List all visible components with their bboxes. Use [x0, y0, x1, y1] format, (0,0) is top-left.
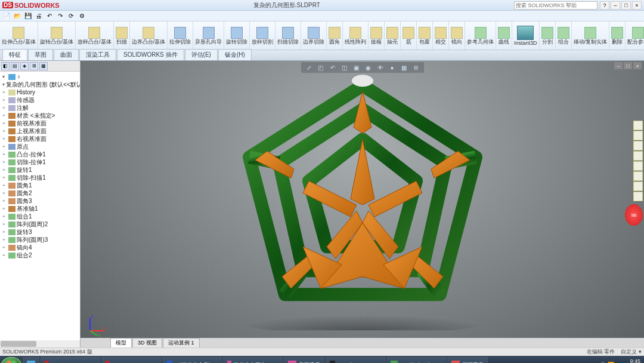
tree-item[interactable]: +阵列(圆周)2 — [0, 220, 80, 228]
promo-badge[interactable]: 96 — [625, 204, 643, 226]
taskbar-item[interactable]: SOLIDWORKS P... — [41, 357, 100, 363]
tree-hscroll[interactable] — [0, 340, 80, 347]
taskpane-tab[interactable] — [633, 161, 643, 171]
tree-item[interactable]: +右视基准面 — [0, 135, 80, 143]
ribbon-cmd[interactable]: 拔模 — [369, 21, 385, 50]
taskpane-tab[interactable] — [633, 171, 643, 181]
minimize-button[interactable]: – — [611, 1, 620, 10]
ribbon-cmd[interactable]: 边界切除 — [301, 21, 327, 50]
command-tab[interactable]: 钣金(H) — [218, 49, 252, 60]
tree-filter-icon[interactable]: ▾♀ — [0, 73, 80, 81]
command-tab[interactable]: 草图 — [28, 49, 53, 60]
tree-item[interactable]: +镜向4 — [0, 244, 80, 251]
tree-tab-5[interactable]: ▦ — [39, 62, 48, 70]
ribbon-cmd[interactable]: 扫描切除 — [275, 21, 301, 50]
undo-icon[interactable]: ↶ — [45, 12, 54, 20]
taskbar-item[interactable]: 微信公众平台 - 3... — [223, 357, 283, 363]
tree-tab-3[interactable]: ◈ — [20, 62, 29, 70]
open-icon[interactable]: 📂 — [13, 12, 21, 20]
tree-root[interactable]: ▾复杂的几何图形 (默认<<默认>_显...) — [0, 81, 80, 88]
rebuild-icon[interactable]: ⟳ — [67, 12, 75, 20]
print-icon[interactable]: 🖨 — [35, 12, 43, 20]
ribbon-cmd[interactable]: 镜向 — [449, 21, 465, 50]
vp-max[interactable]: □ — [624, 62, 632, 69]
ribbon-cmd[interactable]: 拉伸切除 — [168, 21, 193, 50]
vp-close[interactable]: × — [633, 62, 642, 69]
tree-item[interactable]: +材质 <未指定> — [0, 112, 80, 119]
ribbon-cmd[interactable]: 曲线 — [496, 21, 512, 50]
taskbar-item[interactable]: 截图工具 — [447, 357, 488, 363]
ribbon-cmd[interactable]: 旋转切除 — [224, 21, 250, 50]
tree-item[interactable]: +阵列(圆周)3 — [0, 236, 80, 244]
tree-item[interactable]: +旋转1 — [0, 166, 80, 174]
save-icon[interactable]: 💾 — [24, 12, 32, 20]
pinned-app[interactable] — [23, 357, 39, 363]
system-tray[interactable]: ▲ 🔊 📶 9:45 2019/2/21 — [589, 359, 643, 363]
tree-item[interactable]: +圆角2 — [0, 189, 80, 197]
ribbon-cmd[interactable]: 包覆 — [417, 21, 433, 50]
command-tab[interactable]: 特征 — [2, 49, 27, 60]
ribbon-cmd[interactable]: 边界凸台/基体 — [130, 21, 168, 50]
command-tab[interactable]: 评估(E) — [185, 49, 218, 60]
vp-min[interactable]: – — [614, 62, 623, 69]
orientation-triad[interactable]: z x y — [84, 313, 108, 337]
ribbon-cmd[interactable]: 线性阵列 — [343, 21, 369, 50]
taskbar-item[interactable]: SOLIDWORKS P... — [101, 357, 161, 363]
help-search-input[interactable] — [514, 1, 597, 10]
tree-item[interactable]: +切除-扫描1 — [0, 174, 80, 182]
ribbon-cmd[interactable]: Instant3D — [512, 21, 540, 50]
taskpane-tab[interactable] — [633, 151, 643, 161]
ribbon-cmd[interactable]: 抽壳 — [385, 21, 401, 50]
ribbon-cmd[interactable]: 筋 — [401, 21, 417, 50]
taskpane-tab[interactable] — [633, 131, 643, 140]
tree-item[interactable]: +History — [0, 88, 80, 96]
close-button[interactable]: × — [632, 1, 642, 10]
help-icon[interactable]: ? — [600, 1, 609, 10]
taskpane-tab[interactable] — [633, 182, 643, 191]
tree-tab-4[interactable]: ⊞ — [30, 62, 38, 70]
options-icon[interactable]: ⚙ — [78, 12, 86, 20]
graphics-viewport[interactable]: ⤢ ◰ ↶ ◫ ▣ ◉ 👁 ● ▦ ⚙ – □ × — [80, 61, 644, 347]
tree-tab-2[interactable]: ▤ — [11, 62, 19, 70]
feature-tree[interactable]: ▾♀ ▾复杂的几何图形 (默认<<默认>_显...) +History+传感器+… — [0, 72, 80, 340]
start-button[interactable] — [1, 357, 21, 363]
tree-item[interactable]: +前视基准面 — [0, 119, 80, 127]
tree-item[interactable]: +传感器 — [0, 96, 80, 104]
tree-item[interactable]: +切除-拉伸1 — [0, 158, 80, 166]
viewport-tab[interactable]: 运动算例 1 — [163, 338, 200, 347]
taskbar-item[interactable]: KeyShot 6.2 Pro... — [326, 357, 385, 363]
taskpane-tab[interactable] — [633, 121, 643, 130]
ribbon-cmd[interactable]: 异形孔向导 — [193, 21, 224, 50]
tree-item[interactable]: +组合1 — [0, 213, 80, 220]
command-tab[interactable]: SOLIDWORKS 插件 — [117, 49, 184, 60]
tree-item[interactable]: +注解 — [0, 104, 80, 112]
taskpane-tab[interactable] — [633, 192, 643, 201]
taskbar-item[interactable]: 美图秀秀 — [284, 357, 324, 363]
ribbon-cmd[interactable]: 移动/复制实体 — [572, 21, 610, 50]
tree-item[interactable]: +凸台-拉伸1 — [0, 150, 80, 158]
tree-item[interactable]: +原点 — [0, 143, 80, 150]
taskbar-item[interactable]: G:\微信公众号\2... — [162, 357, 222, 363]
viewport-tab[interactable]: 模型 — [110, 338, 132, 347]
tree-item[interactable]: +旋转3 — [0, 228, 80, 236]
command-tab[interactable]: 渲染工具 — [79, 49, 116, 60]
tree-item[interactable]: +圆角3 — [0, 197, 80, 205]
status-custom[interactable]: 自定义 ▾ — [621, 348, 642, 356]
ribbon-cmd[interactable]: 拉伸凸台/基体 — [0, 21, 38, 50]
redo-icon[interactable]: ↷ — [56, 12, 64, 20]
ribbon-cmd[interactable]: 放样凸台/基体 — [76, 21, 114, 50]
ribbon-cmd[interactable]: 旋转凸台/基体 — [38, 21, 76, 50]
taskpane-tab[interactable] — [633, 141, 643, 150]
tree-tab-1[interactable]: ◧ — [1, 62, 10, 70]
ribbon-cmd[interactable]: 相交 — [433, 21, 449, 50]
ribbon-cmd[interactable]: 配合参考 — [626, 21, 644, 50]
ribbon-cmd[interactable]: 放样切割 — [250, 21, 275, 50]
new-icon[interactable]: 📄 — [2, 12, 11, 20]
ribbon-cmd[interactable]: 删除 — [609, 21, 626, 50]
maximize-button[interactable]: □ — [621, 1, 631, 10]
tree-item[interactable]: +圆角1 — [0, 182, 80, 189]
taskbar-item[interactable]: "untitled.66.jpg"... — [386, 357, 446, 363]
ribbon-cmd[interactable]: 圆角 — [327, 21, 343, 50]
clock[interactable]: 9:45 2019/2/21 — [617, 359, 640, 363]
command-tab[interactable]: 曲面 — [54, 49, 79, 60]
